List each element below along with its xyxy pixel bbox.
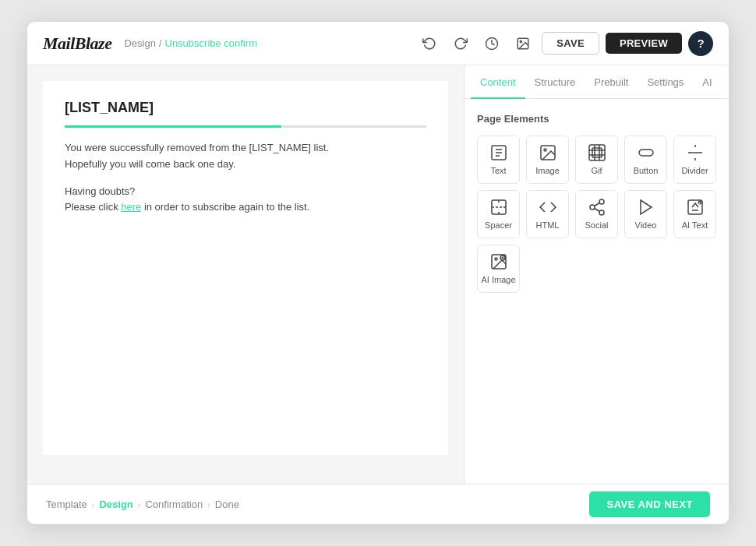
doubts-suffix: in order to subscribe again to the list. (141, 201, 309, 213)
svg-marker-24 (641, 200, 652, 214)
ai-text-icon: AI (684, 199, 706, 216)
svg-point-21 (599, 210, 604, 215)
ai-image-icon (488, 253, 510, 270)
ai-image-label: AI Image (481, 275, 515, 284)
text-label: Text (490, 166, 506, 175)
history-button[interactable] (479, 31, 504, 56)
gif-icon (586, 144, 608, 161)
element-html[interactable]: HTML (526, 190, 569, 238)
divider-label: Divider (681, 166, 708, 175)
image-icon (537, 144, 559, 161)
svg-text:AI: AI (698, 202, 701, 205)
page-divider (65, 125, 426, 128)
tab-ai[interactable]: AI (693, 65, 721, 99)
header: MailBlaze Design / Unsubscribe confirm (27, 22, 729, 65)
header-right: SAVE PREVIEW ? (417, 31, 713, 56)
image-label: Image (535, 166, 560, 175)
footer-arrow-1: › (92, 500, 95, 509)
preview-button[interactable]: PREVIEW (606, 33, 682, 54)
doubts-prefix: Please click (65, 201, 121, 213)
canvas-area: [LIST_NAME] You were successfully remove… (27, 65, 464, 484)
page-doubts: Having doubts? Please click here in orde… (65, 184, 426, 217)
tab-settings[interactable]: Settings (638, 65, 693, 99)
element-spacer[interactable]: Spacer (477, 190, 520, 238)
button-label: Button (634, 166, 659, 175)
gif-label: Gif (591, 166, 602, 175)
video-icon (635, 199, 657, 216)
footer-breadcrumb: Template › Design › Confirmation › Done (46, 498, 239, 510)
element-divider[interactable]: Divider (673, 136, 716, 184)
help-button[interactable]: ? (688, 31, 713, 56)
divider-icon (684, 144, 706, 161)
svg-line-22 (594, 209, 599, 212)
svg-line-23 (594, 203, 599, 206)
logo: MailBlaze (43, 33, 111, 54)
element-gif[interactable]: Gif (575, 136, 618, 184)
header-left: MailBlaze Design / Unsubscribe confirm (43, 33, 257, 54)
element-ai-text[interactable]: AI AI Text (673, 190, 716, 238)
ai-text-label: AI Text (682, 220, 708, 230)
svg-point-19 (599, 199, 604, 204)
html-icon (537, 199, 559, 216)
save-button[interactable]: SAVE (542, 32, 599, 55)
breadcrumb-separator: / (159, 37, 162, 49)
panel-body: Page Elements Text Image (465, 99, 729, 484)
redo-button[interactable] (448, 31, 473, 56)
page-list-name: [LIST_NAME] (65, 100, 426, 116)
element-text[interactable]: Text (477, 136, 520, 184)
undo-button[interactable] (417, 31, 442, 56)
svg-rect-9 (589, 145, 605, 160)
html-label: HTML (536, 220, 560, 230)
page-canvas: [LIST_NAME] You were successfully remove… (43, 81, 448, 455)
svg-point-8 (544, 149, 546, 151)
doubts-link[interactable]: here (121, 201, 141, 213)
svg-rect-10 (592, 148, 602, 157)
doubts-line2: Please click here in order to subscribe … (65, 199, 426, 216)
text-icon (488, 144, 510, 161)
preview-image-button[interactable] (510, 31, 535, 56)
footer-step-template: Template (46, 498, 87, 510)
social-label: Social (585, 220, 609, 230)
spacer-icon (488, 199, 510, 216)
panel-tabs: Content Structure Prebuilt Settings AI (465, 65, 729, 99)
footer-arrow-2: › (138, 500, 141, 509)
breadcrumb-design: Design (124, 37, 155, 49)
element-video[interactable]: Video (624, 190, 667, 238)
spacer-label: Spacer (485, 220, 512, 230)
right-panel: Content Structure Prebuilt Settings AI P… (464, 65, 729, 484)
footer-step-confirmation: Confirmation (145, 498, 203, 510)
breadcrumb: Design / Unsubscribe confirm (124, 37, 257, 49)
tab-prebuilt[interactable]: Prebuilt (585, 65, 638, 99)
main-content: [LIST_NAME] You were successfully remove… (27, 65, 729, 484)
svg-rect-15 (639, 150, 653, 156)
app-window: MailBlaze Design / Unsubscribe confirm (27, 22, 729, 524)
svg-point-2 (521, 41, 522, 42)
elements-grid: Text Image Gif (477, 136, 716, 293)
page-body-text: You were successfully removed from the [… (65, 140, 426, 173)
save-and-next-button[interactable]: SAVE AND NEXT (589, 491, 710, 517)
social-icon (586, 199, 608, 216)
tab-structure[interactable]: Structure (525, 65, 585, 99)
body-line2: Hopefully you will come back one day. (65, 158, 235, 170)
element-ai-image[interactable]: AI Image (477, 245, 520, 293)
footer-arrow-3: › (207, 500, 210, 509)
breadcrumb-page: Unsubscribe confirm (165, 37, 258, 49)
section-title: Page Elements (477, 113, 716, 125)
footer-step-design: Design (99, 498, 132, 510)
button-icon (635, 144, 657, 161)
footer-step-done: Done (215, 498, 239, 510)
video-label: Video (635, 220, 657, 230)
element-button[interactable]: Button (624, 136, 667, 184)
body-line1: You were successfully removed from the [… (65, 142, 329, 153)
svg-point-30 (495, 258, 497, 260)
tab-content[interactable]: Content (471, 65, 525, 99)
doubts-line1: Having doubts? (65, 184, 426, 200)
element-social[interactable]: Social (575, 190, 618, 238)
svg-point-20 (590, 205, 595, 210)
element-image[interactable]: Image (526, 136, 569, 184)
footer: Template › Design › Confirmation › Done … (27, 484, 729, 524)
